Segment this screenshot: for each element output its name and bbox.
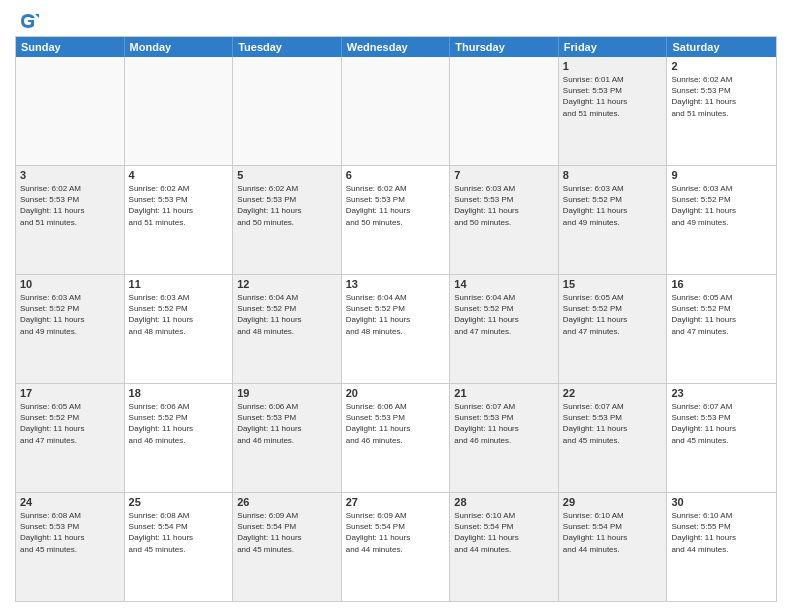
calendar-cell-day-18: 18Sunrise: 6:06 AM Sunset: 5:52 PM Dayli…: [125, 384, 234, 492]
day-info: Sunrise: 6:04 AM Sunset: 5:52 PM Dayligh…: [346, 292, 446, 337]
calendar-cell-day-7: 7Sunrise: 6:03 AM Sunset: 5:53 PM Daylig…: [450, 166, 559, 274]
day-number: 3: [20, 169, 120, 181]
calendar-cell-day-23: 23Sunrise: 6:07 AM Sunset: 5:53 PM Dayli…: [667, 384, 776, 492]
day-number: 13: [346, 278, 446, 290]
weekday-header-thursday: Thursday: [450, 37, 559, 57]
calendar-cell-day-12: 12Sunrise: 6:04 AM Sunset: 5:52 PM Dayli…: [233, 275, 342, 383]
day-number: 16: [671, 278, 772, 290]
calendar-cell-day-29: 29Sunrise: 6:10 AM Sunset: 5:54 PM Dayli…: [559, 493, 668, 601]
day-info: Sunrise: 6:06 AM Sunset: 5:53 PM Dayligh…: [237, 401, 337, 446]
calendar-cell-day-26: 26Sunrise: 6:09 AM Sunset: 5:54 PM Dayli…: [233, 493, 342, 601]
calendar-cell-day-6: 6Sunrise: 6:02 AM Sunset: 5:53 PM Daylig…: [342, 166, 451, 274]
weekday-header-wednesday: Wednesday: [342, 37, 451, 57]
calendar-cell-day-14: 14Sunrise: 6:04 AM Sunset: 5:52 PM Dayli…: [450, 275, 559, 383]
day-info: Sunrise: 6:02 AM Sunset: 5:53 PM Dayligh…: [346, 183, 446, 228]
day-number: 12: [237, 278, 337, 290]
calendar-row-2: 10Sunrise: 6:03 AM Sunset: 5:52 PM Dayli…: [16, 274, 776, 383]
calendar-cell-empty-0-1: [125, 57, 234, 165]
day-number: 25: [129, 496, 229, 508]
day-number: 6: [346, 169, 446, 181]
calendar-cell-day-30: 30Sunrise: 6:10 AM Sunset: 5:55 PM Dayli…: [667, 493, 776, 601]
weekday-header-sunday: Sunday: [16, 37, 125, 57]
calendar-cell-day-19: 19Sunrise: 6:06 AM Sunset: 5:53 PM Dayli…: [233, 384, 342, 492]
day-info: Sunrise: 6:07 AM Sunset: 5:53 PM Dayligh…: [454, 401, 554, 446]
day-number: 10: [20, 278, 120, 290]
calendar-cell-day-1: 1Sunrise: 6:01 AM Sunset: 5:53 PM Daylig…: [559, 57, 668, 165]
calendar-cell-day-10: 10Sunrise: 6:03 AM Sunset: 5:52 PM Dayli…: [16, 275, 125, 383]
day-info: Sunrise: 6:06 AM Sunset: 5:52 PM Dayligh…: [129, 401, 229, 446]
day-number: 11: [129, 278, 229, 290]
calendar-cell-day-25: 25Sunrise: 6:08 AM Sunset: 5:54 PM Dayli…: [125, 493, 234, 601]
day-info: Sunrise: 6:05 AM Sunset: 5:52 PM Dayligh…: [671, 292, 772, 337]
day-number: 1: [563, 60, 663, 72]
day-number: 21: [454, 387, 554, 399]
calendar-cell-day-21: 21Sunrise: 6:07 AM Sunset: 5:53 PM Dayli…: [450, 384, 559, 492]
calendar-cell-day-22: 22Sunrise: 6:07 AM Sunset: 5:53 PM Dayli…: [559, 384, 668, 492]
day-number: 4: [129, 169, 229, 181]
weekday-header-saturday: Saturday: [667, 37, 776, 57]
weekday-header-monday: Monday: [125, 37, 234, 57]
calendar-cell-day-11: 11Sunrise: 6:03 AM Sunset: 5:52 PM Dayli…: [125, 275, 234, 383]
calendar-cell-day-8: 8Sunrise: 6:03 AM Sunset: 5:52 PM Daylig…: [559, 166, 668, 274]
logo-icon: [17, 10, 39, 32]
calendar-body: 1Sunrise: 6:01 AM Sunset: 5:53 PM Daylig…: [16, 57, 776, 601]
calendar-cell-day-27: 27Sunrise: 6:09 AM Sunset: 5:54 PM Dayli…: [342, 493, 451, 601]
day-info: Sunrise: 6:05 AM Sunset: 5:52 PM Dayligh…: [20, 401, 120, 446]
calendar-cell-day-3: 3Sunrise: 6:02 AM Sunset: 5:53 PM Daylig…: [16, 166, 125, 274]
day-info: Sunrise: 6:10 AM Sunset: 5:54 PM Dayligh…: [563, 510, 663, 555]
day-info: Sunrise: 6:03 AM Sunset: 5:52 PM Dayligh…: [20, 292, 120, 337]
calendar-cell-day-5: 5Sunrise: 6:02 AM Sunset: 5:53 PM Daylig…: [233, 166, 342, 274]
day-info: Sunrise: 6:03 AM Sunset: 5:52 PM Dayligh…: [671, 183, 772, 228]
day-info: Sunrise: 6:07 AM Sunset: 5:53 PM Dayligh…: [671, 401, 772, 446]
day-number: 8: [563, 169, 663, 181]
day-info: Sunrise: 6:03 AM Sunset: 5:52 PM Dayligh…: [129, 292, 229, 337]
day-number: 9: [671, 169, 772, 181]
day-info: Sunrise: 6:02 AM Sunset: 5:53 PM Dayligh…: [237, 183, 337, 228]
day-info: Sunrise: 6:02 AM Sunset: 5:53 PM Dayligh…: [20, 183, 120, 228]
day-info: Sunrise: 6:10 AM Sunset: 5:55 PM Dayligh…: [671, 510, 772, 555]
calendar-row-1: 3Sunrise: 6:02 AM Sunset: 5:53 PM Daylig…: [16, 165, 776, 274]
calendar-cell-empty-0-4: [450, 57, 559, 165]
weekday-header-friday: Friday: [559, 37, 668, 57]
calendar-cell-day-16: 16Sunrise: 6:05 AM Sunset: 5:52 PM Dayli…: [667, 275, 776, 383]
day-info: Sunrise: 6:03 AM Sunset: 5:52 PM Dayligh…: [563, 183, 663, 228]
day-info: Sunrise: 6:02 AM Sunset: 5:53 PM Dayligh…: [129, 183, 229, 228]
calendar-row-0: 1Sunrise: 6:01 AM Sunset: 5:53 PM Daylig…: [16, 57, 776, 165]
page: SundayMondayTuesdayWednesdayThursdayFrid…: [0, 0, 792, 612]
day-number: 14: [454, 278, 554, 290]
day-number: 27: [346, 496, 446, 508]
day-number: 5: [237, 169, 337, 181]
day-number: 30: [671, 496, 772, 508]
calendar-row-3: 17Sunrise: 6:05 AM Sunset: 5:52 PM Dayli…: [16, 383, 776, 492]
calendar-cell-empty-0-2: [233, 57, 342, 165]
day-info: Sunrise: 6:05 AM Sunset: 5:52 PM Dayligh…: [563, 292, 663, 337]
day-number: 23: [671, 387, 772, 399]
calendar-cell-day-17: 17Sunrise: 6:05 AM Sunset: 5:52 PM Dayli…: [16, 384, 125, 492]
calendar-cell-day-13: 13Sunrise: 6:04 AM Sunset: 5:52 PM Dayli…: [342, 275, 451, 383]
day-number: 24: [20, 496, 120, 508]
day-info: Sunrise: 6:08 AM Sunset: 5:54 PM Dayligh…: [129, 510, 229, 555]
day-number: 26: [237, 496, 337, 508]
calendar-cell-day-24: 24Sunrise: 6:08 AM Sunset: 5:53 PM Dayli…: [16, 493, 125, 601]
logo-line1: [15, 10, 39, 32]
calendar: SundayMondayTuesdayWednesdayThursdayFrid…: [15, 36, 777, 602]
calendar-cell-day-4: 4Sunrise: 6:02 AM Sunset: 5:53 PM Daylig…: [125, 166, 234, 274]
day-info: Sunrise: 6:09 AM Sunset: 5:54 PM Dayligh…: [237, 510, 337, 555]
calendar-cell-day-15: 15Sunrise: 6:05 AM Sunset: 5:52 PM Dayli…: [559, 275, 668, 383]
calendar-row-4: 24Sunrise: 6:08 AM Sunset: 5:53 PM Dayli…: [16, 492, 776, 601]
day-info: Sunrise: 6:04 AM Sunset: 5:52 PM Dayligh…: [454, 292, 554, 337]
calendar-cell-day-28: 28Sunrise: 6:10 AM Sunset: 5:54 PM Dayli…: [450, 493, 559, 601]
calendar-header: SundayMondayTuesdayWednesdayThursdayFrid…: [16, 37, 776, 57]
weekday-header-tuesday: Tuesday: [233, 37, 342, 57]
day-number: 2: [671, 60, 772, 72]
day-info: Sunrise: 6:01 AM Sunset: 5:53 PM Dayligh…: [563, 74, 663, 119]
day-info: Sunrise: 6:06 AM Sunset: 5:53 PM Dayligh…: [346, 401, 446, 446]
day-number: 20: [346, 387, 446, 399]
day-number: 7: [454, 169, 554, 181]
calendar-cell-empty-0-0: [16, 57, 125, 165]
day-number: 17: [20, 387, 120, 399]
header: [15, 10, 777, 30]
day-info: Sunrise: 6:02 AM Sunset: 5:53 PM Dayligh…: [671, 74, 772, 119]
day-info: Sunrise: 6:07 AM Sunset: 5:53 PM Dayligh…: [563, 401, 663, 446]
day-number: 28: [454, 496, 554, 508]
